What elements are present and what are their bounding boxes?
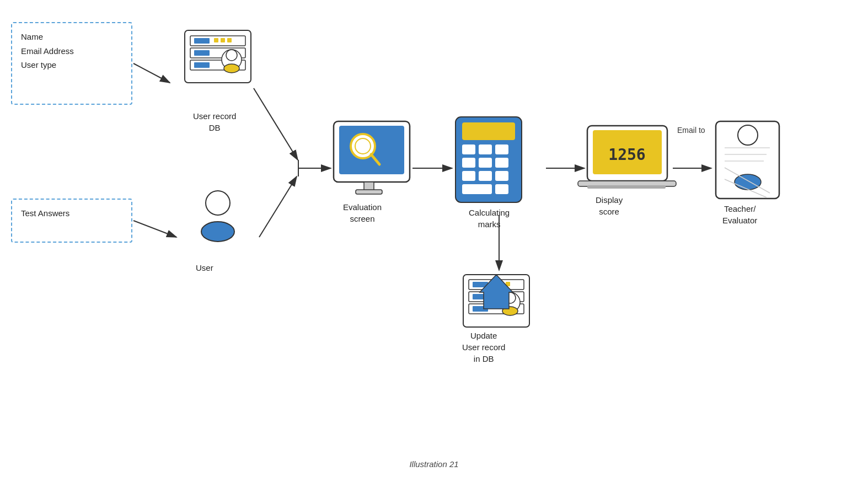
svg-rect-45 (462, 184, 492, 194)
svg-marker-73 (480, 275, 513, 309)
svg-rect-19 (190, 60, 245, 70)
svg-point-56 (738, 125, 758, 145)
svg-rect-14 (214, 38, 218, 42)
svg-rect-62 (473, 282, 488, 287)
svg-rect-42 (462, 171, 475, 181)
diagram: Name Email Address User type Test Answer… (0, 0, 868, 482)
svg-rect-68 (469, 304, 524, 314)
svg-rect-46 (495, 184, 508, 194)
svg-rect-41 (495, 158, 508, 168)
svg-rect-18 (194, 50, 210, 56)
user-label: User (196, 262, 213, 274)
svg-rect-15 (221, 38, 225, 42)
user-record-input-text: Name (21, 32, 43, 41)
calculating-marks-label: Calculatingmarks (469, 207, 510, 230)
svg-rect-35 (462, 122, 515, 140)
svg-rect-11 (185, 30, 251, 83)
svg-rect-50 (578, 181, 676, 186)
svg-rect-64 (499, 282, 503, 286)
svg-point-21 (222, 50, 242, 69)
svg-point-70 (500, 292, 520, 312)
svg-rect-61 (469, 280, 524, 290)
svg-point-22 (226, 50, 237, 61)
svg-point-71 (505, 292, 516, 303)
svg-rect-33 (356, 190, 382, 194)
user-record-type-text: User type (21, 60, 56, 69)
svg-rect-20 (194, 62, 210, 68)
user-record-email-text: Email Address (21, 46, 74, 56)
svg-line-59 (725, 179, 767, 197)
svg-rect-67 (473, 294, 488, 299)
svg-rect-63 (492, 282, 497, 286)
svg-rect-48 (593, 130, 662, 174)
svg-rect-16 (227, 38, 232, 42)
svg-rect-37 (479, 144, 492, 154)
svg-rect-51 (587, 185, 666, 189)
svg-rect-44 (495, 171, 508, 181)
svg-text:1256: 1256 (608, 146, 645, 164)
svg-point-24 (190, 185, 245, 240)
svg-rect-52 (716, 121, 779, 199)
svg-rect-28 (339, 126, 404, 174)
test-answers-input-box: Test Answers (11, 199, 132, 243)
svg-point-72 (502, 307, 518, 315)
svg-rect-39 (462, 158, 475, 168)
svg-point-26 (201, 222, 234, 242)
svg-line-4 (259, 176, 297, 237)
svg-point-25 (206, 191, 230, 215)
svg-point-30 (355, 138, 371, 154)
svg-rect-17 (190, 48, 245, 58)
test-answers-text: Test Answers (21, 208, 69, 218)
svg-rect-38 (495, 144, 508, 154)
svg-rect-27 (334, 121, 410, 182)
display-score-label: Displayscore (596, 194, 623, 217)
diagram-caption: Illustration 21 (0, 459, 868, 469)
svg-rect-60 (463, 275, 529, 327)
svg-rect-47 (587, 126, 667, 181)
evaluation-screen-label: Evaluationscreen (343, 201, 382, 224)
svg-rect-66 (469, 292, 524, 302)
update-user-record-label: UpdateUser recordin DB (462, 330, 505, 365)
teacher-evaluator-label: Teacher/Evaluator (722, 203, 757, 226)
svg-point-23 (224, 64, 239, 73)
svg-point-57 (735, 174, 761, 190)
svg-rect-36 (462, 144, 475, 154)
svg-line-1 (133, 63, 170, 83)
svg-rect-32 (364, 182, 374, 191)
svg-rect-34 (456, 117, 522, 202)
svg-rect-43 (479, 171, 492, 181)
svg-line-3 (133, 221, 176, 237)
svg-rect-12 (190, 36, 245, 46)
email-to-annotation: Email to (677, 126, 705, 135)
svg-rect-13 (194, 38, 210, 44)
svg-line-2 (254, 88, 298, 160)
svg-line-31 (371, 154, 379, 164)
svg-rect-65 (506, 282, 510, 286)
user-record-db-label: User recordDB (193, 110, 236, 133)
svg-point-29 (351, 134, 375, 158)
svg-line-58 (725, 168, 770, 193)
svg-rect-40 (479, 158, 492, 168)
svg-rect-69 (473, 306, 488, 312)
user-record-input-box: Name Email Address User type (11, 22, 132, 105)
